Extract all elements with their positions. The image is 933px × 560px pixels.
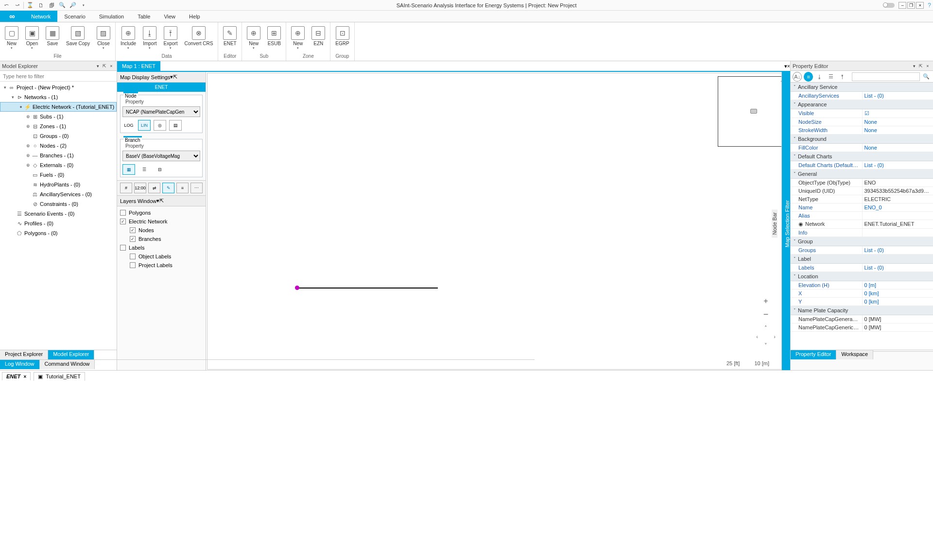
bottom-tab-model-explorer[interactable]: Model Explorer [48,350,94,359]
layer-row[interactable]: Electric Network [120,217,203,226]
layer-checkbox[interactable] [130,262,136,268]
pe-pin-icon[interactable]: ⇱ [917,64,924,68]
property-row[interactable]: ObjectType (ObjType)ENO [791,179,933,187]
property-row[interactable]: LabelsList - (0) [791,264,933,272]
bottom-tab-property-editor[interactable]: Property Editor [791,350,836,359]
property-row[interactable]: NamePlateCapGenerators (N…0 [MW] [791,315,933,323]
qat-icon-2[interactable]: 🗋 [36,1,45,10]
layer-row[interactable]: Object Labels [120,252,203,261]
expander-icon[interactable]: ⊕ [25,124,31,129]
map-toolbar-btn-5[interactable]: ⋯ [190,183,203,193]
pe-search-input[interactable] [852,72,920,81]
property-value[interactable]: 0 [km] [862,298,933,305]
ribbon-btn-new[interactable]: ⊕New▾ [289,25,307,51]
property-row[interactable]: ◉NetworkENET.Tutorial_ENET [791,220,933,229]
pe-list-icon[interactable]: ☰ [827,72,836,82]
chart-icon[interactable]: ▤ [169,120,182,131]
property-value[interactable]: 0 [MW] [862,323,933,331]
layer-checkbox[interactable] [130,236,136,242]
pan-down-icon[interactable]: ˅ [761,341,770,350]
pe-sort-az-icon[interactable]: A↓ [793,72,802,82]
ribbon-btn-export[interactable]: ⭱Export▾ [162,25,180,51]
tree-item[interactable]: ⚖AncillaryServices - (0) [0,189,117,199]
property-row[interactable]: Visible☑ [791,109,933,118]
tree-item[interactable]: ☰Scenario Events - (0) [0,209,117,219]
expander-icon[interactable]: ▾ [2,85,8,90]
property-row[interactable]: X0 [km] [791,289,933,298]
pan-right-icon[interactable]: › [770,332,779,341]
pe-categorized-icon[interactable]: ≡ [804,72,813,82]
tree-item[interactable]: ≋HydroPlants - (0) [0,180,117,189]
expander-icon[interactable]: ⊕ [25,153,31,158]
tree-item[interactable]: ⊕○Nodes - (2) [0,141,117,151]
property-value[interactable]: 0 [m] [862,281,933,289]
tree-item[interactable]: ▾∞Project - (New Project) * [0,83,117,92]
property-value[interactable]: 0 [km] [862,289,933,297]
view-mode-2-icon[interactable]: ☰ [138,164,151,175]
bottom-tab-command-window[interactable]: Command Window [40,360,95,369]
property-row[interactable]: Info [791,229,933,237]
property-row[interactable]: UniqueID (UID)3934533b55254b67a3d9c1a72 [791,187,933,195]
property-category[interactable]: ˅ Background [791,135,933,144]
bottom-tab-workspace[interactable]: Workspace [836,350,873,359]
tree-item[interactable]: ⊕—Branches - (1) [0,151,117,160]
tree-item[interactable]: ⊕◇Externals - (0) [0,160,117,170]
ribbon-tab-table[interactable]: Table [131,11,157,22]
property-category[interactable]: ˅ Default Charts [791,152,933,161]
property-row[interactable]: NetTypeELECTRIC [791,195,933,204]
layer-row[interactable]: Project Labels [120,261,203,270]
ribbon-btn-save[interactable]: ▦Save [44,25,61,47]
property-row[interactable]: NodeSizeNone [791,118,933,126]
ribbon-btn-close[interactable]: ▨Close▾ [95,25,112,51]
property-row[interactable]: FillColorNone [791,144,933,152]
ribbon-tab-help[interactable]: Help [182,11,207,22]
property-category[interactable]: ˅ Group [791,237,933,246]
expander-icon[interactable]: ⊕ [25,143,31,148]
ribbon-tab-network[interactable]: Network [24,11,57,22]
property-category[interactable]: ˅ Ancillary Service [791,83,933,92]
expander-icon[interactable]: ⊕ [25,163,31,168]
expander-icon[interactable]: ▾ [10,95,16,100]
ribbon-tab-view[interactable]: View [157,11,182,22]
property-category[interactable]: ˅ General [791,170,933,179]
panel-close-icon[interactable]: × [108,64,115,68]
theme-toggle[interactable] [883,3,895,8]
panel-dropdown-icon[interactable]: ▾ [94,64,101,68]
map-canvas[interactable]: ⤢ + − ˄ ‹› ˅ 25 [ft] 10 [m] [207,73,789,370]
map-close-icon[interactable]: × [787,63,790,69]
help-icon[interactable]: ? [928,2,931,9]
property-value[interactable]: ENET.Tutorial_ENET [862,220,933,228]
property-row[interactable]: Alias [791,212,933,220]
pan-up-icon[interactable]: ˄ [761,323,770,332]
pe-dropdown-icon[interactable]: ▾ [911,64,917,68]
qat-dropdown-icon[interactable]: ▾ [79,1,88,10]
property-value[interactable] [862,212,933,220]
property-value[interactable]: ENO [862,179,933,187]
tree-item[interactable]: ▾⊳Networks - (1) [0,92,117,102]
property-row[interactable]: NamePlateCapGenericGenera…0 [MW] [791,323,933,332]
qat-icon-5[interactable]: 🔎 [69,1,77,10]
log-button[interactable]: LOG [122,120,135,131]
property-value[interactable]: 0 [MW] [862,315,933,323]
pan-left-icon[interactable]: ‹ [753,332,761,341]
map-toolbar-btn-4[interactable]: ≡ [176,183,189,193]
brand-button[interactable]: ∞ [0,11,24,22]
layer-row[interactable]: Polygons [120,208,203,217]
branch-property-select[interactable]: BaseV (BaseVoltageMag [122,151,200,161]
layer-checkbox[interactable] [120,245,126,251]
tree-item[interactable]: ∿Profiles - (0) [0,219,117,228]
property-value[interactable]: ELECTRIC [862,195,933,203]
ribbon-btn-include[interactable]: ⊕Include▾ [119,25,138,51]
property-row[interactable]: Elevation (H)0 [m] [791,281,933,289]
tree-item[interactable]: ⊕⊞Subs - (1) [0,112,117,121]
property-category[interactable]: ˅ Appearance [791,100,933,109]
mds-pin-icon[interactable]: ⇱ [173,74,177,80]
tree-item[interactable]: ⊕⊟Zones - (1) [0,121,117,131]
property-row[interactable]: Default Charts (DefaultChart)List - (0) [791,161,933,170]
layer-row[interactable]: Branches [120,235,203,243]
layer-row[interactable]: Nodes [120,226,203,235]
undo-icon[interactable]: ⤺ [2,1,11,10]
tree-item[interactable]: ⊡Groups - (0) [0,131,117,141]
property-row[interactable]: Y0 [km] [791,298,933,306]
layer-checkbox[interactable] [120,219,126,224]
